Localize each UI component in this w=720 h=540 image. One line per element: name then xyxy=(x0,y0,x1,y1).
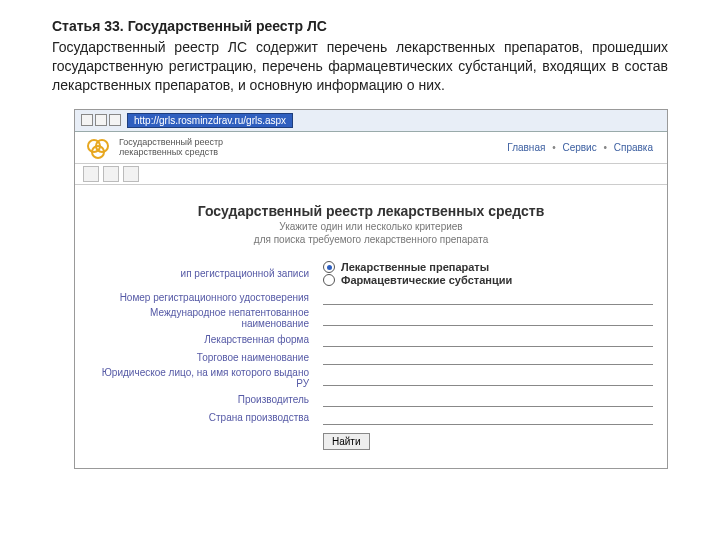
article-body: Государственный реестр ЛС содержит переч… xyxy=(52,38,668,95)
label-mnn: Международное непатентованное наименован… xyxy=(89,307,313,329)
site-header: Государственный реестр лекарственных сре… xyxy=(75,132,667,165)
label-reg-num: Номер регистрационного удостоверения xyxy=(89,292,313,303)
label-form: Лекарственная форма xyxy=(89,334,313,345)
radio-substances-label: Фармацевтические субстанции xyxy=(341,274,512,286)
toolbar-button[interactable] xyxy=(103,166,119,182)
content-title: Государственный реестр лекарственных сре… xyxy=(89,203,653,219)
radio-substances[interactable] xyxy=(323,274,335,286)
nav-icon[interactable] xyxy=(95,114,107,126)
label-producer: Производитель xyxy=(89,394,313,405)
radio-drugs[interactable] xyxy=(323,261,335,273)
input-mnn[interactable] xyxy=(323,311,653,326)
article-title: Статья 33. Государственный реестр ЛС xyxy=(52,18,668,34)
toolbar-button[interactable] xyxy=(83,166,99,182)
nav-home[interactable]: Главная xyxy=(505,142,547,153)
nav-icon[interactable] xyxy=(81,114,93,126)
label-record-type: ип регистрационной записи xyxy=(89,268,313,279)
url-field[interactable]: http://grls.rosminzdrav.ru/grls.aspx xyxy=(127,113,293,128)
site-logo-icon xyxy=(87,139,113,157)
input-country[interactable] xyxy=(323,410,653,425)
browser-window: http://grls.rosminzdrav.ru/grls.aspx Гос… xyxy=(74,109,668,470)
address-bar: http://grls.rosminzdrav.ru/grls.aspx xyxy=(75,110,667,132)
input-reg-num[interactable] xyxy=(323,290,653,305)
input-holder[interactable] xyxy=(323,371,653,386)
radio-drugs-label: Лекарственные препараты xyxy=(341,261,489,273)
nav-help[interactable]: Справка xyxy=(612,142,655,153)
search-button[interactable]: Найти xyxy=(323,433,370,450)
content-subtitle: Укажите один или несколько критериев для… xyxy=(89,221,653,246)
label-country: Страна производства xyxy=(89,412,313,423)
nav-service[interactable]: Сервис xyxy=(560,142,598,153)
input-producer[interactable] xyxy=(323,392,653,407)
input-trade[interactable] xyxy=(323,350,653,365)
top-nav: Главная • Сервис • Справка xyxy=(505,142,655,153)
input-form[interactable] xyxy=(323,332,653,347)
site-logo-text: Государственный реестр лекарственных сре… xyxy=(119,138,223,158)
toolbar xyxy=(75,164,667,185)
label-holder: Юридическое лицо, на имя которого выдано… xyxy=(89,367,313,389)
nav-icon[interactable] xyxy=(109,114,121,126)
label-trade: Торговое наименование xyxy=(89,352,313,363)
toolbar-button[interactable] xyxy=(123,166,139,182)
